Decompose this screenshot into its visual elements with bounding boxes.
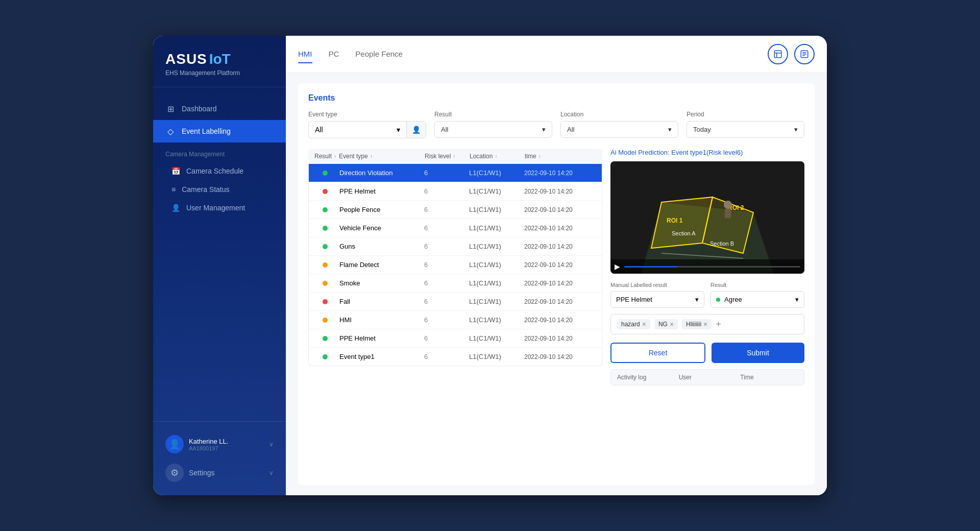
table-row[interactable]: Flame Detect 6 L1(C1/W1) 2022-09-10 14:2… [309,256,602,274]
tag-add-button[interactable]: + [716,319,721,330]
table-row[interactable]: PPE Helmet 6 L1(C1/W1) 2022-09-10 14:20 [309,182,602,201]
table-row[interactable]: People Fence 6 L1(C1/W1) 2022-09-10 14:2… [309,201,602,219]
manual-label-group: Manual Labelled result PPE Helmet ▾ [610,282,704,308]
user-section[interactable]: 👤 Katherine LL. AA1800197 ∨ [165,430,274,458]
tabs: HMI PC People Fence [298,45,403,63]
ai-title: Ai Model Prediction: Event type1(Risk le… [610,149,804,156]
result-group: Result Agree ▾ [710,282,804,308]
events-section: Events Event type All ▾ 👤 [298,83,815,485]
sidebar-item-event-labelling[interactable]: ◇ Event Labelling [153,120,286,142]
status-dot [323,281,328,286]
tags-area: hazard×NG×Hliiiiiii×+ [610,314,804,334]
filter-event-type: Event type All ▾ 👤 [308,111,426,138]
th-location: Location ↑ [470,153,521,160]
time-value: 2022-09-10 14:20 [524,206,596,213]
event-name: HMI [339,316,420,324]
event-name: PPE Helmet [339,334,420,342]
filter-event-type-label: Event type [308,111,426,118]
filter-result-label: Result [434,111,552,118]
sidebar-item-user-management[interactable]: 👤 User Management [153,199,286,217]
time-value: 2022-09-10 14:20 [524,298,596,305]
time-value: 2022-09-10 14:20 [524,188,596,195]
location: L1(C1/W1) [469,353,520,360]
filter-result: Result All ▾ [434,111,552,138]
settings-chevron-icon: ∨ [269,469,274,476]
action-buttons: Reset Submit [610,343,804,363]
two-col-layout: Result ↑ Event type ↑ Risk level ↑ [308,149,804,385]
event-labelling-icon: ◇ [165,126,176,136]
tag-label: NG [658,321,668,328]
th-risk-level: Risk level ↑ [425,153,465,160]
logo-subtitle: EHS Management Platform [165,69,274,77]
svg-text:Section A: Section A [672,230,696,236]
sidebar-sub-label: User Management [186,204,245,212]
table-row[interactable]: Fall 6 L1(C1/W1) 2022-09-10 14:20 [309,293,602,311]
tag: NG× [654,319,678,329]
activity-log-col: Activity log [617,374,675,381]
submit-button[interactable]: Submit [712,343,804,363]
export-button[interactable] [768,44,788,64]
filter-location: Location All ▾ [560,111,678,138]
main-content: HMI PC People Fence Events [286,36,827,495]
risk-level: 6 [424,261,465,269]
ai-panel: Ai Model Prediction: Event type1(Risk le… [610,149,804,385]
table-row[interactable]: HMI 6 L1(C1/W1) 2022-09-10 14:20 [309,311,602,329]
tag-remove-button[interactable]: × [642,320,646,328]
result-select[interactable]: Agree ▾ [710,291,804,308]
sort-icon: ↑ [495,154,497,159]
event-name: People Fence [339,206,420,213]
filter-location-select[interactable]: All ▾ [560,121,678,138]
filter-event-type-select[interactable]: All ▾ 👤 [308,121,426,138]
settings-icon: ⚙ [165,464,184,482]
location: L1(C1/W1) [469,261,520,269]
chevron-down-icon: ▾ [695,296,699,303]
progress-bar[interactable] [624,266,800,268]
sidebar-item-dashboard[interactable]: ⊞ Dashboard [153,98,286,120]
tab-people-fence[interactable]: People Fence [355,45,403,63]
location: L1(C1/W1) [469,316,520,324]
settings-section[interactable]: ⚙ Settings ∨ [165,458,274,487]
activity-log-header: Activity log User Time [610,369,804,385]
tab-hmi[interactable]: HMI [298,45,312,63]
location: L1(C1/W1) [469,298,520,305]
table-row[interactable]: Smoke 6 L1(C1/W1) 2022-09-10 14:20 [309,274,602,293]
sidebar-item-camera-schedule[interactable]: 📅 Camera Schedule [153,162,286,180]
svg-rect-0 [774,51,781,58]
filter-period-select[interactable]: Today ▾ [687,121,804,138]
filter-result-select[interactable]: All ▾ [434,121,552,138]
tag-label: Hliiiiiii [686,321,701,328]
time-col: Time [740,374,798,381]
svg-text:Section B: Section B [710,240,734,247]
sort-icon: ↑ [334,154,336,159]
sidebar-item-camera-status[interactable]: ≡ Camera Status [153,180,286,199]
svg-point-15 [724,201,732,209]
time-value: 2022-09-10 14:20 [524,261,596,269]
play-button[interactable]: ▶ [615,262,620,271]
filter-icon-button[interactable]: 👤 [406,122,426,138]
table-row[interactable]: PPE Helmet 6 L1(C1/W1) 2022-09-10 14:20 [309,329,602,348]
settings-label: Settings [189,469,264,477]
table-row[interactable]: Vehicle Fence 6 L1(C1/W1) 2022-09-10 14:… [309,219,602,237]
risk-level: 6 [424,206,465,213]
location: L1(C1/W1) [469,334,520,342]
video-controls: ▶ [610,259,804,274]
table-row[interactable]: Guns 6 L1(C1/W1) 2022-09-10 14:20 [309,237,602,256]
table-row[interactable]: Direction Violation 6 L1(C1/W1) 2022-09-… [309,164,602,182]
time-value: 2022-09-10 14:20 [524,353,596,360]
camera-schedule-icon: 📅 [172,167,180,175]
chevron-down-icon: ▾ [794,126,798,133]
th-event-type: Event type ↑ [339,153,421,160]
filter-period: Period Today ▾ [687,111,804,138]
reset-button[interactable]: Reset [610,343,705,363]
tab-pc[interactable]: PC [329,45,339,63]
risk-level: 6 [424,353,465,360]
table-row[interactable]: Event type1 6 L1(C1/W1) 2022-09-10 14:20 [309,348,602,366]
status-dot [323,262,328,268]
list-button[interactable] [794,44,815,64]
tag-remove-button[interactable]: × [670,320,674,328]
status-dot [323,226,328,231]
status-dot [323,189,328,194]
manual-label-select[interactable]: PPE Helmet ▾ [610,291,704,308]
tag-remove-button[interactable]: × [703,320,707,328]
user-management-icon: 👤 [172,204,180,212]
